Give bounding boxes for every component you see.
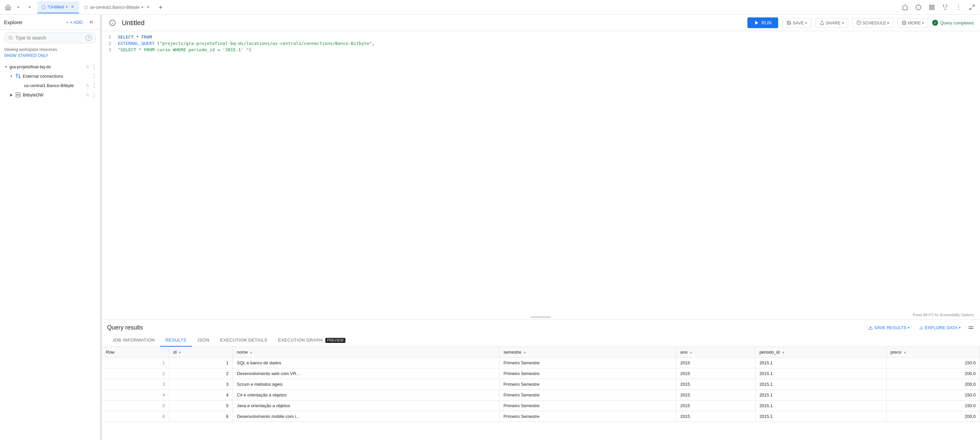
close-icon[interactable]: ✕	[70, 4, 75, 10]
table-row: 4 4 C# e orientação a objetos Primeiro S…	[102, 390, 980, 400]
editor-area[interactable]: 1 SELECT * FROM 2 EXTERNAL_QUERY ("proje…	[102, 31, 980, 319]
col-nome[interactable]: nome ▾	[232, 347, 500, 358]
tab-job-information[interactable]: JOB INFORMATION	[107, 334, 160, 347]
svg-point-26	[904, 22, 905, 24]
share-label: SHARE	[826, 21, 841, 26]
col-periodo-id[interactable]: periodo_id ▾	[755, 347, 886, 358]
tree-label-bitbyte: BitbyteDW	[23, 92, 84, 97]
cell-id: 2	[169, 368, 232, 379]
sort-icon-ano[interactable]: ▾	[690, 351, 692, 354]
home-icon-btn[interactable]	[900, 2, 910, 13]
save-label: SAVE	[792, 21, 804, 26]
tree-item-gra[interactable]: ▾ gra-projetofinal-bq-ds ☆ ⋮	[0, 62, 100, 71]
tab-banco[interactable]: ⬡ us-central1.Banco-Bitbyte ▾ ✕	[80, 2, 154, 13]
tree-arrow-gra[interactable]: ▾	[3, 63, 10, 70]
col-id[interactable]: id ▾	[169, 347, 232, 358]
more-icon-banco[interactable]: ⋮	[91, 82, 97, 89]
tree-label-external: External connections	[23, 74, 91, 79]
star-icon-gra[interactable]: ☆	[84, 63, 91, 70]
show-starred-btn[interactable]: SHOW STARRED ONLY	[0, 53, 100, 61]
query-tab-icon: ⬡	[41, 4, 46, 10]
tree-arrow-external[interactable]: ▾	[8, 73, 15, 80]
tree-item-bitbyte[interactable]: ▶ BitbyteDW ☆ ⋮	[0, 90, 100, 99]
cell-ano: 2015	[676, 390, 755, 400]
tab-execution-details[interactable]: EXECUTION DETAILS	[215, 334, 273, 347]
star-icon-bitbyte[interactable]: ☆	[84, 91, 91, 98]
save-button[interactable]: SAVE ▾	[782, 18, 811, 28]
star-icon-banco[interactable]: ☆	[84, 82, 91, 89]
line-content: SELECT * FROM	[115, 34, 980, 40]
more-label: MORE	[908, 21, 921, 26]
horizontal-scrollbar[interactable]	[531, 316, 551, 318]
home-chevron[interactable]: ▾	[15, 4, 21, 11]
explore-data-label: EXPLORE DATA	[925, 325, 958, 330]
collapse-sidebar-btn[interactable]	[87, 18, 96, 27]
home-tab-btn[interactable]	[3, 2, 13, 13]
more-button[interactable]: MORE ▾	[897, 18, 928, 28]
add-button[interactable]: + + ADD	[63, 18, 85, 26]
sort-icon-preco[interactable]: ▾	[904, 351, 906, 354]
col-semestre[interactable]: semestre ▾	[500, 347, 676, 358]
save-results-chevron[interactable]: ▾	[908, 326, 909, 330]
info-icon-btn[interactable]	[913, 2, 924, 13]
code-line-1: 1 SELECT * FROM	[102, 34, 980, 40]
search-help-btn[interactable]: ?	[86, 35, 92, 41]
sidebar: Explorer + + ADD ? Viewing workspace res…	[0, 15, 100, 440]
grid-icon-btn[interactable]	[926, 2, 937, 13]
sort-icon-semestre[interactable]: ▾	[524, 351, 525, 354]
more-chevron[interactable]: ▾	[922, 21, 924, 25]
lightbulb-icon-btn[interactable]	[940, 2, 951, 13]
tree-item-external[interactable]: ▾ External connections ⋮	[0, 71, 100, 81]
more-icon-btn[interactable]: ⋮	[953, 2, 964, 13]
explore-data-chevron[interactable]: ▾	[959, 326, 961, 330]
tab-results[interactable]: RESULTS	[160, 334, 192, 347]
save-results-btn[interactable]: SAVE RESULTS ▾	[865, 324, 912, 332]
sort-icon-id[interactable]: ▾	[179, 351, 181, 354]
more-icon-bitbyte[interactable]: ⋮	[91, 91, 97, 98]
table-row: 3 3 Scrum e métodos ágeis Primeiro Semes…	[102, 379, 980, 390]
data-table-container[interactable]: Row id ▾ nome ▾ semestre	[102, 347, 980, 440]
explore-data-btn[interactable]: EXPLORE DATA ▾	[916, 324, 963, 332]
tab-home[interactable]: ✕	[23, 2, 36, 13]
close-icon[interactable]: ✕	[27, 5, 32, 10]
col-ano[interactable]: ano ▾	[676, 347, 755, 358]
close-icon[interactable]: ✕	[145, 5, 151, 10]
tab-chevron[interactable]: ▾	[142, 5, 143, 9]
save-chevron[interactable]: ▾	[805, 21, 807, 25]
search-bar[interactable]: ?	[4, 32, 96, 43]
table-row: 2 2 Desenvolvimento web com VR... Primei…	[102, 368, 980, 379]
tab-execution-graph[interactable]: EXECUTION GRAPH PREVIEW	[273, 334, 351, 347]
run-button[interactable]: RUN	[748, 18, 778, 28]
schedule-button[interactable]: SCHEDULE ▾	[852, 18, 894, 28]
save-icon	[786, 21, 791, 25]
cell-preco: 200.0	[886, 368, 980, 379]
expand-results-btn[interactable]	[967, 325, 975, 330]
tab-json[interactable]: JSON	[192, 334, 215, 347]
fullscreen-icon-btn[interactable]	[967, 2, 977, 13]
col-preco[interactable]: preco ▾	[886, 347, 980, 358]
preview-badge: PREVIEW	[325, 338, 345, 343]
tab-untitled[interactable]: ⬡ *Untitled ▾ ✕	[38, 2, 79, 13]
more-icon-gra[interactable]: ⋮	[91, 63, 97, 70]
code-editor[interactable]: 1 SELECT * FROM 2 EXTERNAL_QUERY ("proje…	[102, 31, 980, 56]
tree-arrow-bitbyte[interactable]: ▶	[8, 91, 15, 98]
tab-chevron[interactable]: ▾	[66, 5, 68, 9]
cell-ano: 2015	[676, 379, 755, 390]
more-icon-external[interactable]: ⋮	[91, 73, 97, 80]
results-title: Query results	[107, 324, 865, 331]
query-info-btn[interactable]	[107, 18, 118, 28]
svg-line-9	[973, 5, 974, 7]
accessibility-hint: Press Alt+F1 for Accessibility Options.	[913, 313, 975, 317]
share-chevron[interactable]: ▾	[842, 21, 844, 25]
schedule-chevron[interactable]: ▾	[887, 21, 889, 25]
sort-icon-nome[interactable]: ▾	[250, 351, 252, 354]
expand-line	[969, 328, 973, 329]
sort-icon-periodo[interactable]: ▾	[782, 351, 784, 354]
query-title[interactable]: Untitled	[122, 19, 743, 27]
share-button[interactable]: SHARE ▾	[815, 18, 848, 28]
cell-semestre: Primeiro Semestre	[500, 390, 676, 400]
search-input[interactable]	[15, 35, 83, 40]
sidebar-header-actions: + + ADD	[63, 18, 96, 27]
tree-item-banco[interactable]: us-central1.Banco-Bitbyte ☆ ⋮	[0, 81, 100, 90]
add-tab-btn[interactable]	[156, 3, 165, 12]
